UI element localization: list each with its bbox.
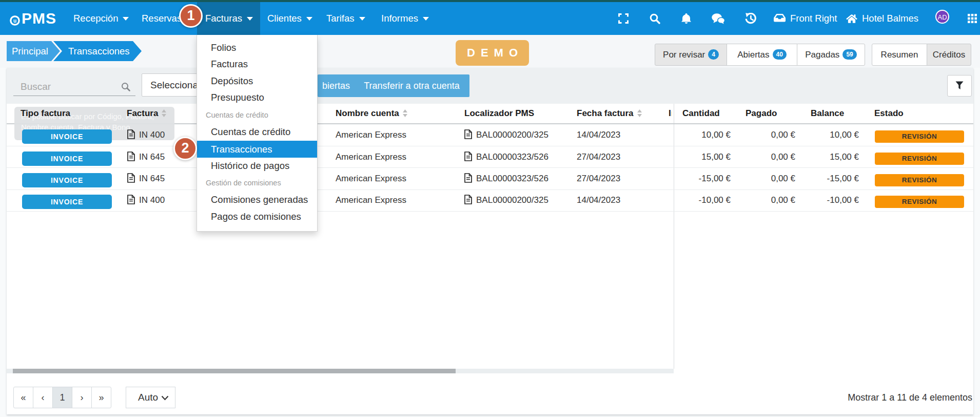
svg-text:u: u [13, 18, 16, 24]
